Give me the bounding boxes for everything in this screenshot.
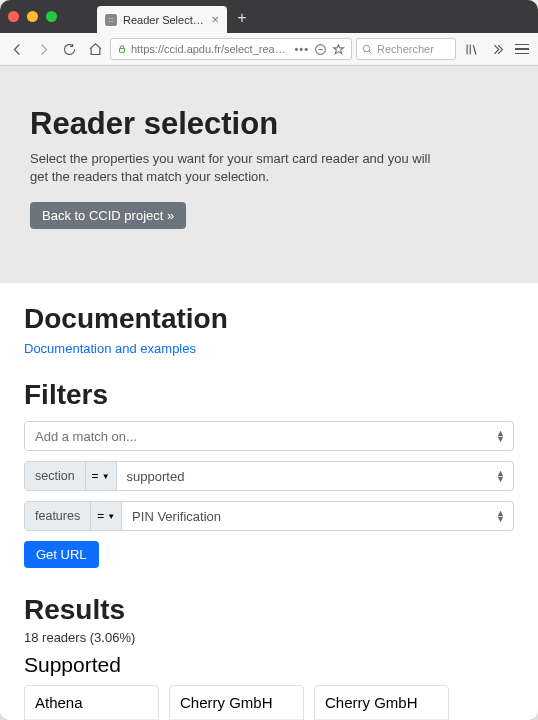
filter-value-select[interactable]: supported ▲▼	[117, 462, 513, 490]
filter-row-features: features = ▼ PIN Verification ▲▼	[24, 501, 514, 531]
lock-icon	[117, 44, 127, 54]
svg-rect-0	[120, 49, 125, 53]
documentation-heading: Documentation	[24, 303, 514, 335]
filter-operator-select[interactable]: = ▼	[86, 462, 117, 490]
documentation-link[interactable]: Documentation and examples	[24, 341, 196, 356]
page-actions-icon[interactable]: •••	[294, 43, 309, 55]
tab-favicon-icon: ::	[105, 14, 117, 26]
browser-tab[interactable]: :: Reader Selection ×	[97, 6, 227, 33]
add-match-placeholder: Add a match on...	[35, 429, 137, 444]
select-caret-icon: ▲▼	[496, 470, 505, 483]
select-caret-icon: ▲▼	[496, 510, 505, 523]
reader-vendor: Athena	[25, 686, 158, 720]
close-window-icon[interactable]	[8, 11, 19, 22]
svg-line-6	[473, 45, 476, 54]
address-bar[interactable]: https://ccid.apdu.fr/select_readers/? ••…	[110, 38, 352, 60]
search-icon	[362, 44, 373, 55]
filter-row-section: section = ▼ supported ▲▼	[24, 461, 514, 491]
reload-button[interactable]	[58, 38, 80, 60]
search-bar[interactable]: Rechercher	[356, 38, 456, 60]
tab-bar: :: Reader Selection × +	[0, 0, 538, 33]
hero: Reader selection Select the properties y…	[0, 66, 538, 283]
svg-line-3	[369, 50, 371, 52]
filter-operator-select[interactable]: = ▼	[91, 502, 122, 530]
page-title: Reader selection	[30, 106, 508, 142]
caret-down-icon: ▼	[102, 472, 110, 481]
add-match-select[interactable]: Add a match on... ▲▼	[24, 421, 514, 451]
home-button[interactable]	[84, 38, 106, 60]
url-text: https://ccid.apdu.fr/select_readers/?	[131, 43, 290, 55]
page-subtitle: Select the properties you want for your …	[30, 150, 450, 186]
results-heading: Results	[24, 594, 514, 626]
back-button[interactable]	[6, 38, 28, 60]
reader-vendor: Cherry GmbH	[170, 686, 303, 720]
filter-field-label: section	[25, 462, 86, 490]
results-cards: Athena Cherry GmbH Cherry GmbH	[24, 685, 514, 720]
app-menu-button[interactable]	[512, 44, 532, 55]
maximize-window-icon[interactable]	[46, 11, 57, 22]
overflow-icon[interactable]	[486, 38, 508, 60]
get-url-button[interactable]: Get URL	[24, 541, 99, 568]
library-icon[interactable]	[460, 38, 482, 60]
caret-down-icon: ▼	[107, 512, 115, 521]
reader-card[interactable]: Athena	[24, 685, 159, 720]
search-placeholder: Rechercher	[377, 43, 434, 55]
bookmark-icon[interactable]	[331, 43, 345, 56]
results-summary: 18 readers (3.06%)	[24, 630, 514, 645]
select-caret-icon: ▲▼	[496, 430, 505, 443]
filters-heading: Filters	[24, 379, 514, 411]
new-tab-button[interactable]: +	[231, 7, 253, 29]
reader-vendor: Cherry GmbH	[315, 686, 448, 720]
window-controls	[8, 11, 57, 22]
toolbar: https://ccid.apdu.fr/select_readers/? ••…	[0, 33, 538, 66]
forward-button[interactable]	[32, 38, 54, 60]
page-viewport[interactable]: Reader selection Select the properties y…	[0, 66, 538, 720]
supported-heading: Supported	[24, 653, 514, 677]
reader-card[interactable]: Cherry GmbH	[314, 685, 449, 720]
svg-point-2	[363, 45, 369, 51]
tab-title: Reader Selection	[123, 14, 205, 26]
filter-field-label: features	[25, 502, 91, 530]
reader-card[interactable]: Cherry GmbH	[169, 685, 304, 720]
reader-mode-icon[interactable]	[313, 43, 327, 56]
minimize-window-icon[interactable]	[27, 11, 38, 22]
filter-value-select[interactable]: PIN Verification ▲▼	[122, 502, 513, 530]
close-tab-icon[interactable]: ×	[211, 12, 219, 27]
back-to-project-button[interactable]: Back to CCID project »	[30, 202, 186, 229]
